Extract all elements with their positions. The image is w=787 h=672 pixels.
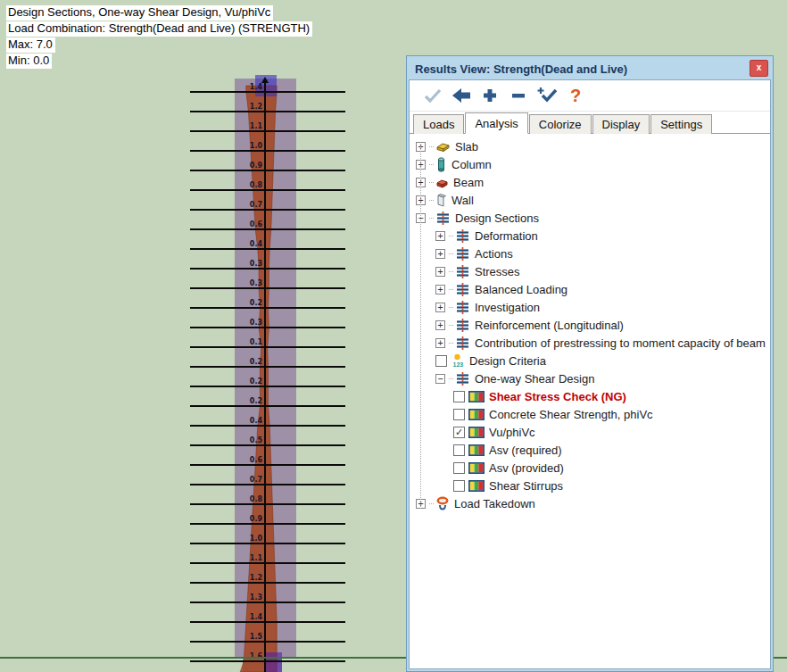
remove-icon[interactable]	[504, 83, 533, 108]
tree-connector	[449, 253, 453, 254]
expand-icon[interactable]: +	[435, 285, 445, 295]
floor-value-label: 0.2	[220, 397, 262, 405]
floor-line	[190, 601, 345, 603]
tree-item-concrete-shear-strength-phivc[interactable]: Concrete Shear Strength, phiVc	[410, 405, 770, 423]
floor-value-label: 0.5	[220, 436, 262, 444]
result-title-text: Design Sections, One-way Shear Design, V…	[6, 5, 273, 21]
tree-item-load-takedown[interactable]: +Load Takedown	[410, 494, 770, 512]
floor-value-label: 1.3	[220, 593, 262, 601]
tree-item-investigation[interactable]: +Investigation	[410, 298, 770, 316]
floor-line	[190, 425, 345, 427]
checkbox-unchecked[interactable]	[453, 480, 465, 492]
svg-text:123: 123	[453, 361, 464, 368]
floor-line	[190, 268, 345, 270]
checkbox-unchecked[interactable]	[453, 409, 465, 420]
tab-settings[interactable]: Settings	[650, 114, 712, 134]
tree-item-shear-stress-check-ng[interactable]: Shear Stress Check (NG)	[410, 387, 770, 405]
floor-line	[190, 366, 345, 368]
tree-item-balanced-loading[interactable]: +Balanced Loading	[410, 280, 770, 298]
expand-icon[interactable]: +	[435, 320, 445, 330]
checkbox-unchecked[interactable]	[453, 462, 465, 474]
tree-item-stresses[interactable]: +Stresses	[410, 262, 770, 280]
tree-item-deformation[interactable]: +Deformation	[410, 227, 770, 245]
floor-line	[190, 484, 345, 485]
floor-value-label: 0.3	[220, 260, 262, 268]
results-tree: +Slab+Column+Beam+Wall−Design Sections+D…	[410, 134, 770, 668]
expand-icon[interactable]: +	[435, 231, 445, 241]
back-arrow-icon[interactable]	[447, 83, 476, 108]
tree-item-reinforcement-longitudinal[interactable]: +Reinforcement (Longitudinal)	[410, 316, 770, 334]
help-icon[interactable]: ?	[561, 83, 590, 108]
tab-display[interactable]: Display	[592, 114, 650, 134]
floor-line	[190, 150, 345, 152]
tree-item-beam[interactable]: +Beam	[410, 173, 770, 191]
floor-line	[190, 660, 345, 662]
tab-colorize[interactable]: Colorize	[529, 114, 592, 134]
checkbox-unchecked[interactable]	[435, 355, 447, 367]
collapse-icon[interactable]: −	[435, 374, 445, 384]
results-view-panel: Results View: Strength(Dead and Live) x …	[406, 55, 774, 672]
confirm-check-icon[interactable]	[418, 83, 447, 108]
checkbox-unchecked[interactable]	[453, 391, 465, 402]
tab-analysis[interactable]: Analysis	[465, 112, 527, 134]
floor-line	[190, 464, 345, 466]
floor-value-label: 1.2	[220, 103, 262, 111]
expand-icon[interactable]: +	[435, 338, 445, 348]
wall-icon	[435, 193, 447, 208]
ds-icon	[455, 282, 470, 297]
tree-item-wall[interactable]: +Wall	[410, 191, 770, 209]
tree-item-column[interactable]: +Column	[410, 155, 770, 173]
tab-loads[interactable]: Loads	[413, 114, 464, 134]
ds-icon	[455, 264, 470, 279]
tree-connector	[429, 502, 434, 504]
tree-item-asv-required[interactable]: Asv (required)	[410, 441, 770, 459]
tree-item-design-criteria[interactable]: 123Design Criteria	[410, 352, 770, 369]
ds-icon	[455, 371, 470, 386]
tree-connector	[429, 199, 434, 201]
expand-icon[interactable]: +	[435, 303, 445, 312]
floor-line	[190, 621, 345, 623]
tree-item-label: Balanced Loading	[475, 283, 567, 296]
tree-item-asv-provided[interactable]: Asv (provided)	[410, 459, 770, 477]
apply-checks-icon[interactable]	[533, 83, 561, 108]
floor-line	[190, 562, 345, 564]
floor-line	[190, 503, 345, 505]
tree-item-design-sections[interactable]: −Design Sections	[410, 209, 770, 227]
floor-line	[190, 543, 345, 544]
expand-icon[interactable]: +	[435, 267, 445, 277]
expand-icon[interactable]: +	[435, 249, 445, 259]
floor-value-label: 1.4	[220, 83, 262, 91]
tree-item-label: Shear Stress Check (NG)	[489, 390, 626, 403]
tree-connector	[429, 145, 434, 147]
ds-icon	[455, 336, 470, 351]
tree-item-shear-stirrups[interactable]: Shear Stirrups	[410, 477, 770, 494]
floor-value-label: 0.6	[220, 456, 262, 464]
checkbox-unchecked[interactable]	[453, 444, 465, 456]
svg-text:?: ?	[570, 86, 581, 105]
floor-value-label: 0.2	[220, 299, 262, 307]
base-support-marker	[264, 652, 282, 672]
tree-item-contribution-of-prestressing-to-moment-capacity-of-beam[interactable]: +Contribution of prestressing to moment …	[410, 334, 770, 352]
tree-item-one-way-shear-design[interactable]: −One-way Shear Design	[410, 369, 770, 387]
column-icon	[435, 157, 447, 172]
colorbar-icon	[468, 391, 485, 402]
panel-titlebar[interactable]: Results View: Strength(Dead and Live) x	[409, 58, 771, 79]
floor-line	[190, 327, 345, 328]
floor-line	[190, 346, 345, 348]
add-icon[interactable]	[476, 83, 504, 108]
floor-line	[190, 307, 345, 309]
tree-item-vu-phivc[interactable]: ✓Vu/phiVc	[410, 423, 770, 441]
tree-item-label: Stresses	[475, 265, 520, 278]
tree-connector	[449, 270, 453, 272]
tree-item-label: Design Criteria	[469, 354, 546, 368]
floor-line	[190, 91, 345, 93]
tree-connector	[449, 288, 453, 290]
close-button[interactable]: x	[750, 60, 768, 77]
tree-item-actions[interactable]: +Actions	[410, 245, 770, 262]
tree-item-label: Beam	[453, 176, 484, 189]
floor-line	[190, 248, 345, 250]
checkbox-checked[interactable]: ✓	[453, 427, 465, 438]
tree-connector	[429, 163, 434, 165]
tree-item-label: Column	[451, 158, 492, 171]
tree-item-slab[interactable]: +Slab	[410, 137, 770, 155]
